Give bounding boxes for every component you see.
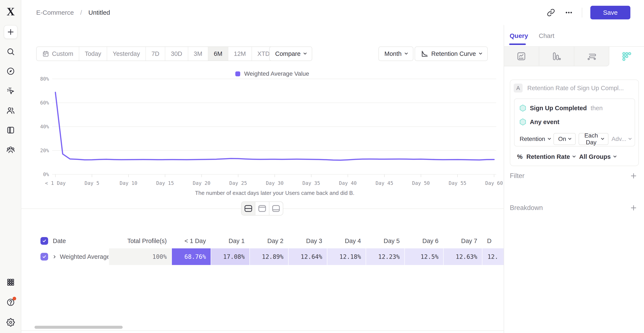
retention-value-cell[interactable]: 12. xyxy=(482,248,504,265)
report-tab-insights[interactable] xyxy=(504,47,539,66)
metric-label: Retention Rate xyxy=(526,153,570,160)
date-range-7d[interactable]: 7D xyxy=(146,47,165,61)
report-tab-funnels[interactable] xyxy=(539,47,574,66)
view-toggle-split-view[interactable] xyxy=(242,202,255,215)
tab-chart[interactable]: Chart xyxy=(539,32,554,40)
column-header[interactable]: < 1 Day xyxy=(172,233,210,248)
retention-value-cell[interactable]: 17.08% xyxy=(210,248,250,265)
x-axis-tick-label: Day 25 xyxy=(229,180,247,186)
retention-type-dropdown[interactable]: Retention xyxy=(520,136,550,142)
column-header[interactable]: Day 2 xyxy=(250,233,288,248)
first-event-name[interactable]: Sign Up Completed xyxy=(530,105,587,112)
date-range-label: 30D xyxy=(171,50,182,57)
view-toggle-chart-only[interactable] xyxy=(255,202,269,215)
settings-button[interactable] xyxy=(4,315,18,329)
step-title[interactable]: Retention Rate of Sign Up Compl... xyxy=(527,85,624,92)
column-header[interactable]: Day 3 xyxy=(288,233,327,248)
event-card: Sign Up Completed then Any event Retenti… xyxy=(514,99,635,146)
horizontal-scrollbar-thumb[interactable] xyxy=(34,326,123,329)
cohorts-button[interactable] xyxy=(4,143,18,156)
cursor-click-icon xyxy=(6,87,15,95)
row-expander-icon[interactable] xyxy=(52,255,56,258)
discover-button[interactable] xyxy=(4,64,18,78)
select-all-checkbox[interactable] xyxy=(40,237,48,245)
tab-query[interactable]: Query xyxy=(510,32,528,40)
retention-value-cell[interactable]: 12.5% xyxy=(404,248,443,265)
notification-dot xyxy=(12,297,16,300)
plus-icon xyxy=(6,28,15,36)
events-button[interactable] xyxy=(4,84,18,98)
view-toggle-table-only[interactable] xyxy=(269,202,283,215)
column-header[interactable]: Total Profile(s) xyxy=(108,233,172,248)
add-filter-button[interactable] xyxy=(629,171,638,181)
help-button[interactable] xyxy=(4,295,18,309)
apps-grid-button[interactable] xyxy=(4,275,18,289)
chart-type-dropdown[interactable]: Retention Curve xyxy=(415,47,488,61)
column-header[interactable]: Day 5 xyxy=(366,233,404,248)
search-icon xyxy=(6,47,15,56)
date-range-yesterday[interactable]: Yesterday xyxy=(107,47,146,61)
column-header[interactable]: Day 1 xyxy=(210,233,250,248)
advanced-dropdown[interactable]: Adv... xyxy=(612,136,631,142)
on-dropdown[interactable]: On xyxy=(554,133,576,145)
more-options-button[interactable] xyxy=(564,8,574,18)
retention-value-cell[interactable]: 12.18% xyxy=(327,248,366,265)
compare-button[interactable]: Compare xyxy=(269,47,312,61)
boards-button[interactable] xyxy=(4,123,18,137)
view-toggle xyxy=(241,201,283,215)
search-button[interactable] xyxy=(4,45,18,58)
column-header[interactable]: D xyxy=(482,233,504,248)
date-range-label: Yesterday xyxy=(113,50,140,57)
report-tab-flows[interactable] xyxy=(574,47,610,66)
split-view-icon xyxy=(244,205,252,212)
retention-value-cell[interactable]: 12.23% xyxy=(366,248,404,265)
y-axis-tick-label: 20% xyxy=(40,148,49,153)
granularity-dropdown[interactable]: Month xyxy=(378,47,413,61)
copy-link-button[interactable] xyxy=(546,8,556,18)
second-event-name[interactable]: Any event xyxy=(530,119,560,126)
then-label: then xyxy=(590,105,602,112)
users-icon xyxy=(6,106,15,115)
groups-dropdown[interactable]: All Groups xyxy=(579,153,616,160)
y-axis-tick-label: 80% xyxy=(40,76,49,82)
save-button[interactable]: Save xyxy=(590,6,630,20)
breadcrumb-project[interactable]: E-Commerce xyxy=(36,9,74,16)
breadcrumb-title[interactable]: Untitled xyxy=(88,9,110,16)
column-header[interactable]: Day 7 xyxy=(443,233,482,248)
date-range-30d[interactable]: 30D xyxy=(165,47,188,61)
y-axis-tick-label: 40% xyxy=(40,124,49,129)
date-range-custom[interactable]: Custom xyxy=(37,47,79,61)
topbar: E-Commerce / Untitled Save xyxy=(21,0,644,25)
retention-value-cell[interactable]: 68.76% xyxy=(172,248,210,265)
users-button[interactable] xyxy=(4,104,18,117)
x-axis-tick-label: Day 60 xyxy=(485,180,503,186)
chevron-down-icon xyxy=(304,51,307,55)
retention-value-cell[interactable]: 12.63% xyxy=(443,248,482,265)
date-range-12m[interactable]: 12M xyxy=(228,47,251,61)
calendar-icon xyxy=(42,50,49,57)
mixpanel-logo[interactable]: X xyxy=(0,6,21,18)
x-axis-tick-label: Day 55 xyxy=(449,180,466,186)
column-header[interactable]: Day 4 xyxy=(327,233,366,248)
new-report-button[interactable] xyxy=(4,25,18,39)
breadcrumb-separator: / xyxy=(80,9,82,16)
date-range-6m[interactable]: 6M xyxy=(208,47,228,61)
app-sidebar: X xyxy=(0,0,21,333)
retention-line[interactable] xyxy=(55,92,494,160)
report-tab-retention[interactable] xyxy=(609,47,644,66)
retention-table: DateTotal Profile(s)< 1 DayDay 1Day 2Day… xyxy=(36,233,504,265)
date-range-3m[interactable]: 3M xyxy=(188,47,208,61)
add-breakdown-button[interactable] xyxy=(629,203,638,213)
date-header-label: Date xyxy=(53,237,66,244)
x-axis-tick-label: < 1 Day xyxy=(45,180,66,186)
date-range-today[interactable]: Today xyxy=(79,47,107,61)
row-checkbox[interactable] xyxy=(40,253,48,260)
metric-dropdown[interactable]: Retention Rate xyxy=(526,153,576,160)
retention-chart: 0%20%40%60%80%< 1 DayDay 5Day 10Day 15Da… xyxy=(21,68,504,209)
retention-value-cell[interactable]: 12.64% xyxy=(288,248,327,265)
interval-dropdown[interactable]: Each Day xyxy=(578,133,608,145)
retention-value-cell[interactable]: 12.89% xyxy=(250,248,288,265)
retention-value-cell[interactable]: 100% xyxy=(108,248,172,265)
plus-icon xyxy=(630,204,637,211)
column-header[interactable]: Day 6 xyxy=(404,233,443,248)
